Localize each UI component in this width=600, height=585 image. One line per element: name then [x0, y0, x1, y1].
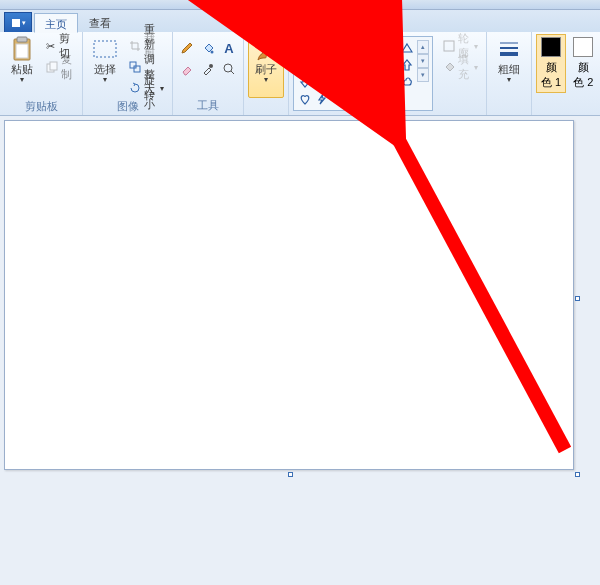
shape-callout-cloud[interactable]	[399, 74, 415, 90]
svg-line-12	[231, 71, 234, 74]
svg-rect-8	[134, 66, 140, 72]
eraser-tool[interactable]	[177, 59, 197, 79]
fill-button[interactable]: 填充▾	[439, 57, 482, 77]
svg-marker-25	[352, 77, 360, 87]
resize-handle-se[interactable]	[575, 472, 580, 477]
group-image: 选择 ▾ 裁剪 重新调整大小	[83, 32, 173, 115]
shape-4star[interactable]	[314, 74, 330, 90]
brush-icon	[254, 37, 278, 61]
shape-callout-rect[interactable]	[365, 74, 381, 90]
ribbon: 粘贴 ▾ ✂ 剪切 复制 剪贴板	[0, 32, 600, 116]
group-brush: 刷子 ▾	[244, 32, 289, 115]
bucket-icon	[443, 60, 455, 74]
text-tool[interactable]: A	[219, 38, 239, 58]
svg-rect-2	[17, 37, 27, 42]
ribbon-tabs: ▾ 主页 查看	[0, 10, 600, 32]
shape-curve[interactable]	[314, 40, 330, 56]
caret-icon: ▾	[507, 75, 511, 84]
tab-view[interactable]: 查看	[78, 12, 122, 32]
svg-marker-19	[301, 61, 309, 69]
color2-swatch	[573, 37, 593, 57]
group-label-image: 图像	[117, 98, 139, 115]
color1-button[interactable]: 颜 色 1	[536, 34, 566, 93]
outline-icon	[443, 39, 455, 53]
svg-marker-18	[402, 44, 412, 52]
shape-roundrect[interactable]	[365, 40, 381, 56]
copy-button[interactable]: 复制	[42, 57, 78, 77]
size-icon	[497, 37, 521, 61]
title-bar	[0, 0, 600, 10]
scroll-up[interactable]: ▴	[417, 40, 429, 54]
scissors-icon: ✂	[46, 39, 56, 53]
shape-polygon[interactable]	[382, 40, 398, 56]
crop-button[interactable]: 裁剪	[125, 36, 168, 56]
brush-label: 刷子	[255, 63, 277, 75]
copy-icon	[46, 60, 58, 74]
canvas[interactable]	[4, 120, 574, 470]
group-label-colors	[566, 100, 569, 114]
shape-hexagon[interactable]	[348, 57, 364, 73]
svg-rect-3	[16, 44, 28, 58]
resize-icon	[129, 60, 141, 74]
group-shapes: ▴ ▾ ▾ 轮廓▾ 填充▾	[289, 32, 487, 115]
workspace	[0, 116, 600, 585]
color1-swatch	[541, 37, 561, 57]
svg-rect-6	[94, 41, 116, 57]
zoom-tool[interactable]	[219, 59, 239, 79]
tab-home[interactable]: 主页	[34, 13, 78, 33]
resize-handle-s[interactable]	[288, 472, 293, 477]
rotate-label: 旋转	[144, 73, 157, 103]
picker-tool[interactable]	[198, 59, 218, 79]
caret-icon: ▾	[103, 75, 107, 84]
rotate-icon	[129, 81, 141, 95]
caret-icon: ▾	[264, 75, 268, 84]
fill-tool[interactable]	[198, 38, 218, 58]
shape-arrow-left[interactable]	[382, 57, 398, 73]
paste-label: 粘贴	[11, 63, 33, 75]
shape-oval[interactable]	[331, 40, 347, 56]
shape-diamond[interactable]	[314, 57, 330, 73]
shape-arrow-right[interactable]	[365, 57, 381, 73]
svg-rect-28	[444, 41, 454, 51]
size-label: 粗细	[498, 63, 520, 75]
shape-lightning[interactable]	[314, 91, 330, 107]
size-button[interactable]: 粗细 ▾	[491, 34, 527, 98]
svg-marker-27	[319, 94, 325, 104]
brush-button[interactable]: 刷子 ▾	[248, 34, 284, 98]
scroll-more[interactable]: ▾	[417, 68, 429, 82]
shape-heart[interactable]	[297, 91, 313, 107]
crop-icon	[129, 39, 141, 53]
fill-label: 填充	[458, 52, 471, 82]
svg-rect-0	[12, 19, 20, 27]
shape-6star[interactable]	[348, 74, 364, 90]
svg-rect-16	[369, 45, 378, 52]
shape-arrow-up[interactable]	[399, 57, 415, 73]
svg-marker-23	[317, 77, 327, 87]
paste-button[interactable]: 粘贴 ▾	[4, 34, 40, 98]
svg-rect-15	[352, 45, 361, 52]
group-size: 粗细 ▾	[487, 32, 532, 115]
shape-callout-oval[interactable]	[382, 74, 398, 90]
shape-pentagon[interactable]	[331, 57, 347, 73]
group-clipboard: 粘贴 ▾ ✂ 剪切 复制 剪贴板	[0, 32, 83, 115]
color1-label: 颜 色 1	[541, 60, 561, 90]
shape-right-triangle[interactable]	[297, 57, 313, 73]
color2-button[interactable]: 颜 色 2	[568, 34, 598, 93]
scroll-down[interactable]: ▾	[417, 54, 429, 68]
shapes-scroll: ▴ ▾ ▾	[417, 40, 429, 107]
shape-rect[interactable]	[348, 40, 364, 56]
group-label-clipboard: 剪贴板	[25, 98, 58, 115]
shape-arrow-down[interactable]	[297, 74, 313, 90]
resize-handle-e[interactable]	[575, 296, 580, 301]
rotate-button[interactable]: 旋转 ▾	[125, 78, 168, 98]
group-label-tools: 工具	[197, 97, 219, 114]
select-button[interactable]: 选择 ▾	[87, 34, 123, 98]
svg-marker-22	[351, 61, 361, 69]
group-tools: A 工具	[173, 32, 244, 115]
shape-triangle[interactable]	[399, 40, 415, 56]
pencil-tool[interactable]	[177, 38, 197, 58]
shape-5star[interactable]	[331, 74, 347, 90]
shape-line[interactable]	[297, 40, 313, 56]
svg-point-14	[334, 45, 344, 52]
file-tab[interactable]: ▾	[4, 12, 32, 32]
